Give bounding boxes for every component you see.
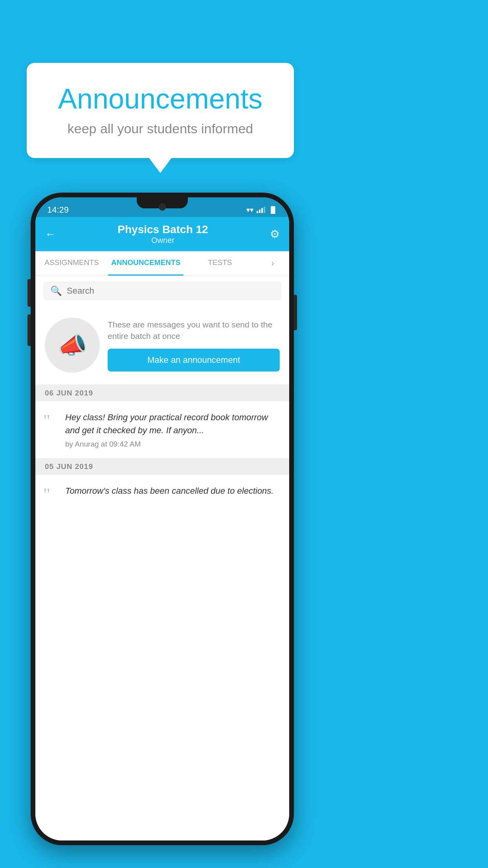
search-icon: 🔍 <box>50 285 62 296</box>
bubble-subtitle: keep all your students informed <box>50 121 270 136</box>
megaphone-icon: 📣 <box>58 331 87 359</box>
batch-title: Physics Batch 12 <box>117 223 208 236</box>
signal-icon <box>257 207 265 213</box>
announcement-text-2: Tomorrow's class has been cancelled due … <box>65 484 281 497</box>
announcement-content-1: Hey class! Bring your practical record b… <box>65 411 281 449</box>
speech-bubble: Announcements keep all your students inf… <box>27 63 294 158</box>
status-time: 14:29 <box>47 205 69 215</box>
announcement-text-1: Hey class! Bring your practical record b… <box>65 411 281 437</box>
back-button[interactable]: ← <box>45 228 56 241</box>
tab-announcements[interactable]: ANNOUNCEMENTS <box>108 251 183 276</box>
announcement-meta-1: by Anurag at 09:42 AM <box>65 440 281 449</box>
phone-outer: 14:29 ▾▾ ▐▌ ← Physics Batch 12 Owner ⚙ <box>31 193 294 845</box>
quote-icon-2: " <box>43 486 59 503</box>
tab-more[interactable]: › <box>256 251 289 276</box>
announcement-item-1: " Hey class! Bring your practical record… <box>35 401 289 458</box>
phone-wrapper: 14:29 ▾▾ ▐▌ ← Physics Batch 12 Owner ⚙ <box>31 193 294 845</box>
promo-description: These are messages you want to send to t… <box>108 319 280 342</box>
phone-camera <box>159 204 166 211</box>
content-area: 📣 These are messages you want to send to… <box>35 306 289 840</box>
volume-up-button[interactable] <box>28 279 31 307</box>
tabs-bar: ASSIGNMENTS ANNOUNCEMENTS TESTS › <box>35 251 289 276</box>
date-separator-1: 06 JUN 2019 <box>35 385 289 401</box>
announcement-content-2: Tomorrow's class has been cancelled due … <box>65 484 281 503</box>
battery-icon: ▐▌ <box>268 206 277 213</box>
phone-notch <box>137 197 188 208</box>
wifi-icon: ▾▾ <box>246 206 253 214</box>
search-input-wrap: 🔍 <box>43 281 281 300</box>
app-header: ← Physics Batch 12 Owner ⚙ <box>35 217 289 251</box>
make-announcement-button[interactable]: Make an announcement <box>108 349 280 371</box>
bubble-title: Announcements <box>50 83 270 115</box>
speech-bubble-container: Announcements keep all your students inf… <box>27 63 294 158</box>
announcement-item-2: " Tomorrow's class has been cancelled du… <box>35 475 289 509</box>
status-icons: ▾▾ ▐▌ <box>246 206 277 214</box>
owner-label: Owner <box>117 236 208 245</box>
power-button[interactable] <box>294 295 297 330</box>
settings-icon[interactable]: ⚙ <box>270 228 280 241</box>
tab-assignments[interactable]: ASSIGNMENTS <box>35 251 108 276</box>
search-container: 🔍 <box>35 276 289 306</box>
phone-screen: 14:29 ▾▾ ▐▌ ← Physics Batch 12 Owner ⚙ <box>35 197 289 840</box>
tab-tests[interactable]: TESTS <box>183 251 256 276</box>
volume-down-button[interactable] <box>28 314 31 346</box>
promo-icon-circle: 📣 <box>45 318 100 373</box>
date-separator-2: 05 JUN 2019 <box>35 458 289 475</box>
header-center: Physics Batch 12 Owner <box>117 223 208 245</box>
announcement-promo: 📣 These are messages you want to send to… <box>35 306 289 385</box>
promo-content: These are messages you want to send to t… <box>108 319 280 372</box>
search-input[interactable] <box>67 286 274 296</box>
quote-icon-1: " <box>43 412 59 449</box>
